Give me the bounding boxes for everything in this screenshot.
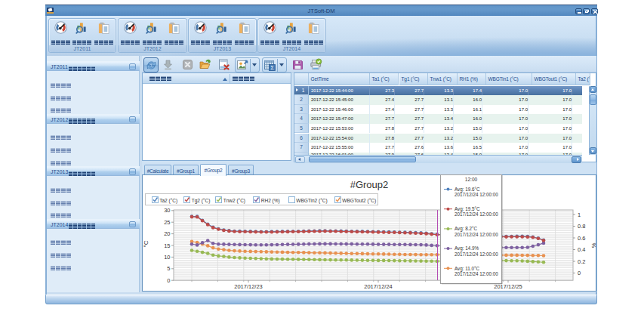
- svg-text:%: %: [590, 242, 597, 248]
- svg-text:30: 30: [164, 207, 170, 214]
- svg-text:15: 15: [164, 242, 170, 249]
- svg-text:2017/12/23: 2017/12/23: [234, 283, 263, 290]
- svg-text:20: 20: [164, 230, 170, 237]
- svg-text:1: 1: [578, 211, 581, 218]
- svg-text:0.6: 0.6: [578, 235, 585, 242]
- svg-text:10: 10: [164, 254, 170, 261]
- svg-text:0.2: 0.2: [578, 258, 585, 265]
- svg-text:25: 25: [164, 219, 170, 226]
- svg-text:2017/12/24: 2017/12/24: [364, 283, 393, 290]
- svg-text:0: 0: [578, 270, 581, 276]
- svg-text:0: 0: [167, 277, 170, 284]
- svg-text:5: 5: [167, 265, 170, 272]
- svg-text:2017/12/25: 2017/12/25: [494, 283, 522, 290]
- svg-text:°C: °C: [143, 240, 149, 247]
- svg-text:0.4: 0.4: [578, 246, 585, 253]
- svg-text:0.8: 0.8: [578, 223, 585, 230]
- svg-text:Σ: Σ: [270, 64, 274, 71]
